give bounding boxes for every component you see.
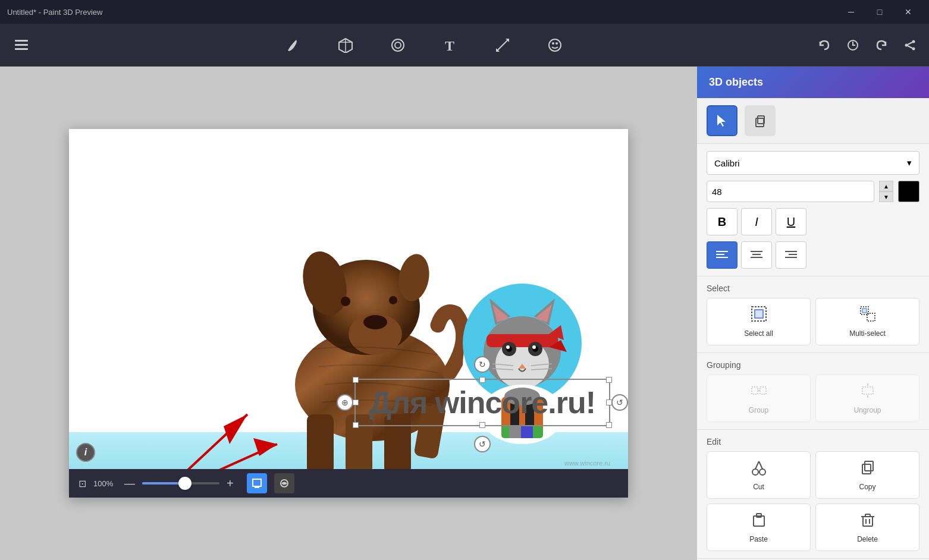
copy-button[interactable]: Copy bbox=[815, 451, 919, 499]
handle-bottom-mid[interactable] bbox=[479, 422, 485, 428]
panel-tools bbox=[697, 98, 929, 144]
nav-buttons bbox=[812, 33, 922, 57]
paste-button[interactable]: Paste bbox=[707, 504, 811, 551]
toolbar: T bbox=[0, 24, 929, 67]
italic-button[interactable]: I bbox=[741, 208, 772, 235]
chevron-down-icon: ▾ bbox=[907, 158, 912, 168]
canvas-area[interactable]: ↻ ⊕ ↺ ↺ Для wincore.ru! i www.wincore.ru bbox=[0, 67, 697, 560]
handle-bottom-left[interactable] bbox=[353, 422, 359, 428]
zoom-slider-thumb[interactable] bbox=[178, 477, 192, 490]
ungroup-icon bbox=[859, 382, 876, 402]
font-size-input[interactable] bbox=[707, 181, 874, 202]
side-handle-left[interactable]: ⊕ bbox=[337, 394, 353, 411]
maximize-button[interactable]: □ bbox=[866, 0, 893, 24]
view-toggle[interactable] bbox=[274, 473, 294, 493]
paint-toggle[interactable] bbox=[247, 473, 267, 493]
handle-top-mid[interactable] bbox=[479, 377, 485, 383]
copy-icon bbox=[859, 459, 876, 479]
sticker-tool[interactable] bbox=[384, 31, 412, 59]
grouping-label: Grouping bbox=[707, 360, 919, 370]
resize-tool[interactable] bbox=[488, 31, 517, 59]
svg-point-30 bbox=[341, 297, 350, 306]
undo-button[interactable] bbox=[812, 33, 836, 57]
select-all-label: Select all bbox=[744, 329, 773, 338]
align-left-button[interactable] bbox=[707, 241, 737, 269]
font-size-down[interactable]: ▼ bbox=[879, 191, 893, 202]
svg-rect-77 bbox=[755, 310, 763, 318]
zoom-minus[interactable]: — bbox=[124, 477, 135, 490]
side-handle-right[interactable]: ↺ bbox=[611, 394, 628, 411]
ungroup-button[interactable]: Ungroup bbox=[815, 375, 919, 422]
svg-point-31 bbox=[389, 296, 397, 304]
zoom-slider-track[interactable] bbox=[142, 482, 219, 485]
font-selector[interactable]: Calibri ▾ bbox=[707, 151, 919, 175]
bold-button[interactable]: B bbox=[707, 208, 737, 235]
select-grid: Select all Multi-select bbox=[707, 298, 919, 345]
effects-tool[interactable] bbox=[541, 31, 569, 59]
svg-rect-80 bbox=[862, 309, 867, 313]
main-area: ↻ ⊕ ↺ ↺ Для wincore.ru! i www.wincore.ru bbox=[0, 67, 929, 560]
align-right-button[interactable] bbox=[776, 241, 806, 269]
align-center-button[interactable] bbox=[741, 241, 772, 269]
cut-button[interactable]: Cut bbox=[707, 451, 811, 499]
svg-line-89 bbox=[755, 461, 759, 469]
delete-label: Delete bbox=[857, 535, 878, 543]
fontsize-row: ▲ ▼ bbox=[707, 181, 919, 202]
text-tool[interactable]: T bbox=[436, 31, 464, 59]
svg-point-29 bbox=[363, 315, 387, 329]
svg-rect-81 bbox=[752, 387, 758, 394]
history-button[interactable] bbox=[841, 33, 865, 57]
select-tool-btn[interactable] bbox=[707, 105, 737, 136]
3d-shape-tool[interactable] bbox=[331, 31, 360, 59]
svg-point-7 bbox=[395, 42, 401, 48]
cut-icon bbox=[751, 459, 767, 479]
svg-line-90 bbox=[759, 461, 762, 469]
text-object-selected[interactable]: ↻ ⊕ ↺ ↺ Для wincore.ru! bbox=[354, 379, 610, 426]
zoom-rect-icon[interactable]: ⊡ bbox=[79, 478, 86, 489]
delete-button[interactable]: Delete bbox=[815, 504, 919, 551]
svg-marker-21 bbox=[224, 414, 247, 444]
object-copy-tool-btn[interactable] bbox=[745, 105, 776, 136]
underline-button[interactable]: U bbox=[776, 208, 806, 235]
svg-line-18 bbox=[908, 46, 912, 48]
window-controls: ─ □ ✕ bbox=[837, 0, 922, 24]
canvas-statusbar: ⊡ 100% — + bbox=[69, 469, 628, 498]
redo-button[interactable] bbox=[870, 33, 893, 57]
right-panel: 3D objects Calibri ▾ ▲ ▼ bbox=[697, 67, 929, 560]
group-button[interactable]: Group bbox=[707, 375, 811, 422]
svg-rect-65 bbox=[756, 118, 764, 127]
close-button[interactable]: ✕ bbox=[895, 0, 922, 24]
title-text: Untitled* - Paint 3D Preview bbox=[7, 8, 102, 17]
multi-select-label: Multi-select bbox=[849, 329, 886, 338]
font-section: Calibri ▾ ▲ ▼ B I U bbox=[697, 144, 929, 276]
multi-select-icon bbox=[859, 306, 876, 326]
svg-rect-92 bbox=[865, 461, 873, 471]
svg-point-10 bbox=[549, 39, 561, 51]
select-all-button[interactable]: Select all bbox=[707, 298, 811, 345]
handle-top-left[interactable] bbox=[353, 377, 359, 383]
handle-bottom-right[interactable] bbox=[606, 422, 612, 428]
canvas-text: Для wincore.ru! bbox=[369, 385, 595, 420]
menu-icon[interactable] bbox=[7, 31, 36, 59]
svg-rect-63 bbox=[521, 426, 533, 438]
share-button[interactable] bbox=[898, 33, 922, 57]
info-button[interactable]: i bbox=[76, 443, 95, 462]
svg-point-50 bbox=[532, 345, 536, 349]
svg-rect-82 bbox=[760, 387, 766, 394]
font-size-up[interactable]: ▲ bbox=[879, 181, 893, 191]
text-color-swatch[interactable] bbox=[898, 181, 919, 202]
handle-top-right[interactable] bbox=[606, 377, 612, 383]
handle-mid-left[interactable] bbox=[353, 399, 359, 405]
edit-section: Edit Cut Copy bbox=[697, 430, 929, 559]
rotate-handle-top[interactable]: ↻ bbox=[474, 356, 491, 373]
zoom-plus[interactable]: + bbox=[227, 477, 234, 490]
svg-point-12 bbox=[555, 42, 558, 45]
select-all-icon bbox=[751, 306, 767, 326]
brush-tool[interactable] bbox=[279, 31, 307, 59]
paste-icon bbox=[751, 511, 767, 531]
rotate-handle-bottom[interactable]: ↺ bbox=[474, 436, 491, 452]
minimize-button[interactable]: ─ bbox=[837, 0, 865, 24]
cut-label: Cut bbox=[753, 483, 764, 491]
svg-rect-0 bbox=[15, 40, 28, 42]
multi-select-button[interactable]: Multi-select bbox=[815, 298, 919, 345]
